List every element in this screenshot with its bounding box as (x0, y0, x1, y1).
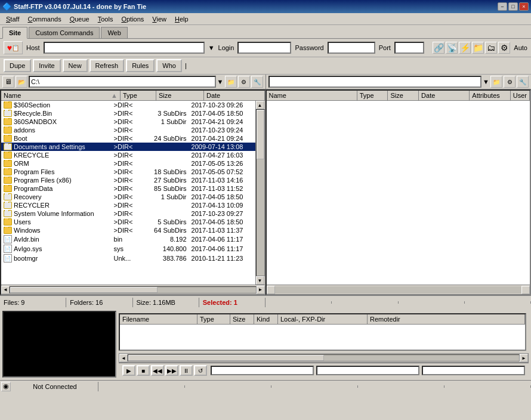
who-button[interactable]: Who (156, 59, 182, 72)
col-header-name[interactable]: Name ▲ (1, 91, 121, 100)
menu-queue[interactable]: Queue (66, 14, 93, 24)
toolbar-icon-3[interactable]: ⚡ (459, 42, 471, 54)
tab-custom-commands[interactable]: Custom Commands (29, 27, 100, 38)
hscroll-left-btn[interactable]: ◄ (1, 286, 10, 294)
col-header-size[interactable]: Size (156, 91, 204, 100)
menu-tools[interactable]: Tools (94, 14, 117, 24)
scroll-down-btn[interactable]: ▼ (256, 276, 264, 285)
queue-col-filename[interactable]: Filename (120, 314, 197, 324)
queue-scroll-left[interactable]: ◄ (119, 354, 128, 362)
table-row[interactable]: 📄bootmgr Unk... 383.786 2010-11-21 11:23 (1, 254, 255, 263)
queue-col-type[interactable]: Type (197, 314, 230, 324)
queue-field-1[interactable] (211, 366, 314, 375)
right-path-input[interactable] (268, 76, 482, 88)
left-path-dropdown[interactable]: ▼ (217, 78, 224, 85)
menu-view[interactable]: View (149, 14, 170, 24)
right-path-btn3[interactable]: 🔧 (517, 76, 529, 88)
toolbar-icon-2[interactable]: 📡 (446, 42, 458, 54)
left-path-btn3[interactable]: 🔧 (251, 76, 263, 88)
right-col-size[interactable]: Size (388, 91, 419, 100)
table-row[interactable]: System Volume Information >DIR< 2017-10-… (1, 209, 255, 218)
menu-staff[interactable]: Staff (2, 14, 23, 24)
password-input[interactable] (328, 42, 375, 54)
port-input[interactable] (394, 42, 424, 54)
right-col-user[interactable]: User (511, 91, 530, 100)
status-icon[interactable]: ◉ (1, 382, 11, 391)
table-row[interactable]: $360Section >DIR< 2017-10-23 09:26 (1, 101, 255, 109)
menu-help[interactable]: Help (171, 14, 192, 24)
invite-button[interactable]: Invite (33, 59, 60, 72)
right-hscroll[interactable] (267, 285, 530, 294)
table-row[interactable]: Documents and Settings >DIR< 2009-07-14 … (1, 143, 255, 151)
dupe-button[interactable]: Dupe (4, 59, 31, 72)
connect-button[interactable]: ♥ 📋 (4, 41, 23, 54)
toolbar-icon-1[interactable]: 🔗 (433, 42, 444, 54)
queue-scroll-right[interactable]: ► (520, 354, 528, 362)
queue-next-btn[interactable]: ▶▶ (165, 365, 178, 376)
left-path-btn1[interactable]: 📁 (225, 76, 237, 88)
dropdown-icon[interactable]: ▼ (208, 44, 215, 51)
minimize-button[interactable]: − (498, 2, 507, 11)
hscroll-right-btn[interactable]: ► (257, 286, 265, 294)
scroll-up-btn[interactable]: ▲ (256, 101, 264, 109)
table-row[interactable]: 📄AvIdr.bin bin 8.192 2017-04-06 11:17 (1, 234, 255, 244)
table-row[interactable]: addons >DIR< 2017-10-23 09:24 (1, 126, 255, 134)
toolbar-icon-5[interactable]: 🗂 (485, 42, 497, 54)
table-row[interactable]: $Recycle.Bin >DIR< 3 SubDirs 2017-04-05 … (1, 109, 255, 118)
menu-commands[interactable]: Commands (24, 14, 64, 24)
right-col-attr[interactable]: Attributes (470, 91, 510, 100)
table-row[interactable]: Program Files (x86) >DIR< 27 SubDirs 201… (1, 176, 255, 184)
col-header-date[interactable]: Date (204, 91, 265, 100)
queue-refresh-btn[interactable]: ↺ (194, 365, 207, 376)
right-col-date[interactable]: Date (419, 91, 470, 100)
table-row[interactable]: KRECYCLE >DIR< 2017-04-27 16:03 (1, 151, 255, 159)
right-path-btn2[interactable]: ⚙ (504, 76, 515, 88)
close-button[interactable]: × (519, 2, 529, 11)
queue-field-3[interactable] (422, 366, 525, 375)
left-up-icon[interactable]: 📂 (16, 76, 27, 88)
table-row[interactable]: RECYCLER >DIR< 2017-04-13 10:09 (1, 201, 255, 209)
right-path-dropdown[interactable]: ▼ (483, 78, 489, 85)
right-hscroll-right[interactable] (521, 286, 530, 294)
queue-col-size[interactable]: Size (230, 314, 254, 324)
tab-site[interactable]: Site (2, 27, 27, 39)
table-row[interactable]: Users >DIR< 5 SubDirs 2017-04-05 18:50 (1, 218, 255, 226)
queue-play-btn[interactable]: ▶ (122, 365, 135, 376)
tab-web[interactable]: Web (101, 27, 127, 38)
table-row[interactable]: Recovery >DIR< 1 SubDir 2017-04-05 18:50 (1, 193, 255, 201)
table-row[interactable]: 360SANDBOX >DIR< 1 SubDir 2017-04-21 09:… (1, 118, 255, 126)
queue-stop-btn[interactable]: ■ (137, 365, 150, 376)
left-path-btn2[interactable]: ⚙ (238, 76, 250, 88)
toolbar-icon-4[interactable]: 📁 (472, 42, 484, 54)
left-file-list[interactable]: $360Section >DIR< 2017-10-23 09:26 $Recy… (1, 101, 255, 285)
rules-button[interactable]: Rules (126, 59, 155, 72)
refresh-button[interactable]: Refresh (89, 59, 125, 72)
table-row[interactable]: Program Files >DIR< 18 SubDirs 2017-05-0… (1, 168, 255, 176)
right-path-btn1[interactable]: 📁 (490, 76, 502, 88)
table-row[interactable]: Windows >DIR< 64 SubDirs 2017-11-03 11:3… (1, 226, 255, 234)
queue-pause-btn[interactable]: ⏸ (180, 365, 193, 376)
table-row[interactable]: ORM >DIR< 2017-05-05 13:26 (1, 159, 255, 168)
table-row[interactable]: 📄AvIgo.sys sys 140.800 2017-04-06 11:17 (1, 244, 255, 254)
login-input[interactable] (237, 42, 291, 54)
left-nav-icon[interactable]: 🖥 (2, 76, 14, 88)
left-path-input[interactable] (29, 76, 216, 88)
queue-col-remote[interactable]: Remotedir (368, 314, 525, 324)
host-input[interactable] (44, 42, 205, 54)
right-hscroll-left[interactable] (267, 286, 275, 294)
left-hscroll[interactable]: ◄ ► (1, 285, 265, 294)
left-scrollbar[interactable]: ▲ ▼ (255, 101, 265, 285)
queue-col-kind[interactable]: Kind (254, 314, 278, 324)
table-row[interactable]: ProgramData >DIR< 85 SubDirs 2017-11-03 … (1, 184, 255, 193)
right-col-name[interactable]: Name (267, 91, 357, 100)
queue-field-2[interactable] (316, 366, 419, 375)
table-row[interactable]: Boot >DIR< 24 SubDirs 2017-04-21 09:24 (1, 134, 255, 143)
maximize-button[interactable]: □ (508, 2, 518, 11)
menu-options[interactable]: Options (118, 14, 147, 24)
col-header-type[interactable]: Type (121, 91, 156, 100)
queue-hscroll[interactable]: ◄ ► (119, 353, 529, 363)
right-col-type[interactable]: Type (357, 91, 388, 100)
new-button[interactable]: New (63, 59, 88, 72)
queue-col-local[interactable]: Local-, FXP-Dir (278, 314, 368, 324)
toolbar-icon-6[interactable]: ⚙ (498, 42, 510, 54)
